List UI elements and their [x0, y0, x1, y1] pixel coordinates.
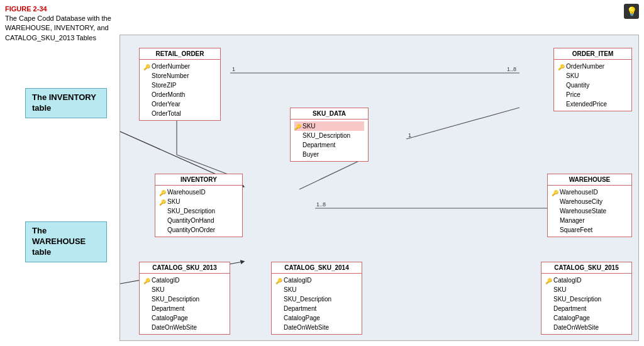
- field-oi-price: Price: [558, 90, 628, 99]
- field-c14-sku: SKU: [275, 285, 358, 294]
- field-sd-dept: Department: [294, 140, 364, 150]
- field-wh-state: WarehouseState: [552, 206, 628, 216]
- field-inv-sku: 🔑SKU: [159, 197, 238, 206]
- inventory-body: 🔑WarehouseID 🔑SKU SKU_Description Quanti…: [155, 186, 242, 237]
- catalog-2013-body: 🔑CatalogID SKU SKU_Description Departmen…: [140, 274, 230, 334]
- warehouse-callout: The WAREHOUSE table: [25, 221, 107, 262]
- field-ordermonth: OrderMonth: [143, 90, 216, 99]
- field-c15-sku: SKU: [545, 285, 628, 294]
- field-wh-city: WarehouseCity: [552, 197, 628, 206]
- sku-data-table: SKU_DATA 🔑SKU SKU_Description Department…: [290, 108, 369, 162]
- field-c13-desc: SKU_Description: [143, 294, 226, 304]
- sku-data-body: 🔑SKU SKU_Description Department Buyer: [291, 120, 368, 161]
- sku-data-header: SKU_DATA: [291, 108, 368, 120]
- field-inv-qoo: QuantityOnOrder: [159, 225, 238, 235]
- field-c15-page: CatalogPage: [545, 313, 628, 323]
- catalog-sku-2013-table: CATALOG_SKU_2013 🔑CatalogID SKU SKU_Desc…: [139, 262, 230, 335]
- field-inv-qoh: QuantityOnHand: [159, 216, 238, 225]
- svg-line-6: [406, 108, 519, 139]
- svg-text:1..8: 1..8: [507, 66, 516, 72]
- field-c13-sku: SKU: [143, 285, 226, 294]
- field-oi-sku: SKU: [558, 71, 628, 81]
- inventory-header: INVENTORY: [155, 174, 242, 186]
- figure-caption: The Cape Codd Database with the WAREHOUS…: [5, 14, 118, 43]
- field-sd-desc: SKU_Description: [294, 131, 364, 140]
- field-c15-date: DateOnWebSite: [545, 323, 628, 332]
- field-c13-page: CatalogPage: [143, 313, 226, 323]
- warehouse-table: WAREHOUSE 🔑WarehouseID WarehouseCity War…: [547, 174, 632, 237]
- field-c15-id: 🔑CatalogID: [545, 276, 628, 285]
- catalog-2013-header: CATALOG_SKU_2013: [140, 262, 230, 274]
- field-c15-desc: SKU_Description: [545, 294, 628, 304]
- catalog-sku-2015-table: CATALOG_SKU_2015 🔑CatalogID SKU SKU_Desc…: [541, 262, 632, 335]
- diagram-area: 1 1..8 1 1 1..8 1..8 1 RETAIL_ORDER 🔑Ord…: [119, 35, 639, 341]
- field-c14-desc: SKU_Description: [275, 294, 358, 304]
- field-sd-buyer: Buyer: [294, 150, 364, 159]
- field-sd-sku: 🔑SKU: [294, 121, 364, 131]
- order-item-header: ORDER_ITEM: [554, 48, 631, 60]
- field-storenumber: StoreNumber: [143, 71, 216, 81]
- svg-line-8: [299, 158, 365, 189]
- order-item-body: 🔑OrderNumber SKU Quantity Price Extended…: [554, 60, 631, 111]
- svg-text:1: 1: [408, 132, 411, 138]
- figure-label: FIGURE 2-34: [5, 5, 47, 13]
- warehouse-header: WAREHOUSE: [548, 174, 631, 186]
- retail-order-header: RETAIL_ORDER: [140, 48, 220, 60]
- catalog-2014-body: 🔑CatalogID SKU SKU_Description Departmen…: [272, 274, 362, 334]
- field-orderyear: OrderYear: [143, 99, 216, 109]
- field-inv-desc: SKU_Description: [159, 206, 238, 216]
- field-c15-dept: Department: [545, 304, 628, 313]
- field-c14-id: 🔑CatalogID: [275, 276, 358, 285]
- catalog-2015-header: CATALOG_SKU_2015: [541, 262, 631, 274]
- field-wh-wid: 🔑WarehouseID: [552, 187, 628, 197]
- field-ordertotal: OrderTotal: [143, 109, 216, 118]
- warehouse-body: 🔑WarehouseID WarehouseCity WarehouseStat…: [548, 186, 631, 237]
- inventory-table: INVENTORY 🔑WarehouseID 🔑SKU SKU_Descript…: [155, 174, 243, 237]
- catalog-2015-body: 🔑CatalogID SKU SKU_Description Departmen…: [541, 274, 631, 334]
- catalog-2014-header: CATALOG_SKU_2014: [272, 262, 362, 274]
- field-wh-sqft: SquareFeet: [552, 225, 628, 235]
- catalog-sku-2014-table: CATALOG_SKU_2014 🔑CatalogID SKU SKU_Desc…: [271, 262, 362, 335]
- field-oi-extprice: ExtendedPrice: [558, 99, 628, 109]
- field-c13-id: 🔑CatalogID: [143, 276, 226, 285]
- svg-text:1..8: 1..8: [316, 201, 326, 208]
- field-c13-dept: Department: [143, 304, 226, 313]
- order-item-table: ORDER_ITEM 🔑OrderNumber SKU Quantity Pri…: [553, 48, 632, 111]
- field-ordernumber: 🔑OrderNumber: [143, 62, 216, 71]
- field-c14-page: CatalogPage: [275, 313, 358, 323]
- svg-text:1: 1: [232, 66, 235, 72]
- field-oi-ordernumber: 🔑OrderNumber: [558, 62, 628, 71]
- field-oi-quantity: Quantity: [558, 81, 628, 90]
- retail-order-table: RETAIL_ORDER 🔑OrderNumber StoreNumber St…: [139, 48, 221, 121]
- inventory-callout: The INVENTORY table: [25, 88, 107, 118]
- corner-icon: 💡: [624, 4, 639, 19]
- field-storezip: StoreZIP: [143, 81, 216, 90]
- field-wh-mgr: Manager: [552, 216, 628, 225]
- field-c13-date: DateOnWebSite: [143, 323, 226, 332]
- retail-order-body: 🔑OrderNumber StoreNumber StoreZIP OrderM…: [140, 60, 220, 120]
- field-c14-dept: Department: [275, 304, 358, 313]
- field-c14-date: DateOnWebSite: [275, 323, 358, 332]
- field-inv-wid: 🔑WarehouseID: [159, 187, 238, 197]
